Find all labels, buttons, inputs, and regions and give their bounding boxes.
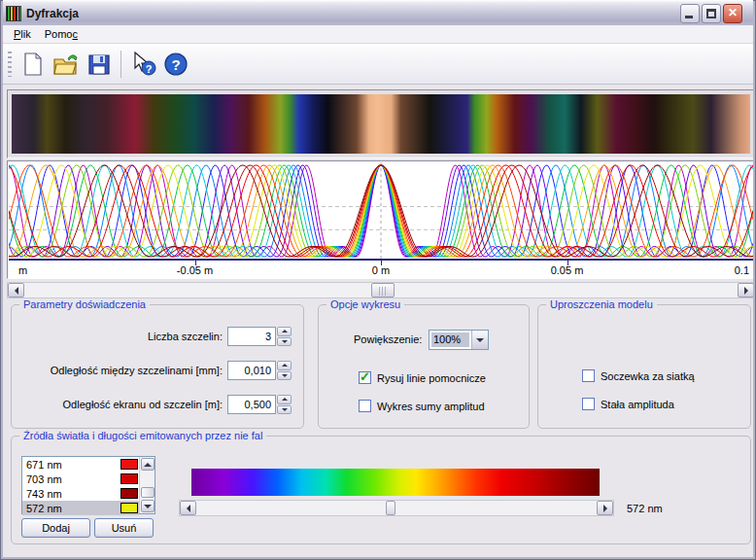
group-plot-options: Opcje wykresu Powiększenie: 100% ✓ Rysuj… — [318, 304, 530, 429]
constant-amplitude-label: Stała amplituda — [601, 399, 674, 410]
plot-scrollbar[interactable] — [7, 282, 755, 298]
app-window: Dyfrakcja ✕ Plik Pomoc — [0, 0, 756, 560]
arrow-down-icon — [282, 408, 288, 411]
menu-pomoc[interactable]: Pomoc — [38, 26, 85, 42]
slit-count-spinner — [277, 327, 292, 346]
toolbar-separator — [120, 51, 121, 78]
slit-count-input[interactable]: 3 — [227, 327, 276, 346]
list-item-selected[interactable]: 572 nm — [22, 501, 139, 515]
maximize-icon — [706, 9, 716, 18]
diffraction-plot — [9, 162, 753, 259]
axis-tick-label: 0 m — [372, 264, 390, 276]
diffraction-screen-panel — [7, 89, 755, 158]
scroll-left-button[interactable] — [8, 283, 24, 298]
svg-text:?: ? — [146, 62, 153, 74]
context-help-pointer-icon: ? — [129, 52, 156, 77]
screen-distance-input[interactable]: 0,500 — [227, 395, 276, 414]
plot-scrollbar-thumb[interactable] — [371, 283, 395, 298]
arrow-down-icon — [282, 374, 288, 377]
arrow-right-icon — [744, 287, 748, 295]
help-button[interactable]: ? — [159, 48, 192, 81]
scroll-right-button[interactable] — [738, 283, 754, 298]
wavelength-slider[interactable] — [179, 500, 614, 516]
color-swatch — [120, 488, 138, 499]
slit-spacing-label: Odległość między szczelinami [mm]: — [51, 365, 223, 376]
color-swatch — [120, 473, 138, 484]
zoom-value: 100% — [431, 332, 469, 347]
slit-count-label: Liczba szczelin: — [148, 331, 223, 342]
toolbar: ? ? — [3, 44, 753, 85]
spin-down-button[interactable] — [277, 371, 292, 381]
group-title: Źródła światła i długości emitowanych pr… — [19, 430, 266, 441]
list-item[interactable]: 743 nm — [22, 486, 139, 501]
wavelength-list[interactable]: 671 nm 703 nm 743 nm 572 nm — [21, 456, 155, 514]
svg-text:?: ? — [171, 56, 180, 73]
new-file-button[interactable] — [17, 48, 50, 81]
wavelength-increase-button[interactable] — [597, 501, 613, 515]
zoom-combobox[interactable]: 100% — [429, 330, 489, 350]
list-item[interactable]: 671 nm — [22, 457, 139, 472]
lens-checkbox[interactable]: ✓ — [582, 369, 595, 382]
close-button[interactable]: ✕ — [723, 4, 742, 23]
window-title: Dyfrakcja — [26, 7, 680, 20]
diffraction-screen-band — [12, 94, 750, 154]
lens-label: Soczewka za siatką — [601, 370, 695, 382]
wavelength-readout: 572 nm — [627, 503, 663, 514]
axis-tick-label: 0.05 m — [551, 264, 584, 276]
zoom-label: Powiększenie: — [354, 333, 422, 345]
helper-lines-checkbox[interactable]: ✓ — [359, 371, 371, 384]
amplitude-sum-label: Wykres sumy amplitud — [377, 401, 485, 412]
spin-down-button[interactable] — [277, 405, 292, 415]
toolbar-grip[interactable] — [8, 52, 12, 77]
arrow-left-icon — [187, 505, 190, 512]
minimize-button[interactable] — [680, 4, 700, 23]
amplitude-sum-checkbox[interactable]: ✓ — [359, 400, 371, 412]
list-item[interactable]: 703 nm — [22, 472, 139, 486]
spin-up-button[interactable] — [277, 395, 292, 404]
helper-lines-label: Rysuj linie pomocnicze — [377, 372, 486, 384]
spin-up-button[interactable] — [277, 361, 292, 370]
scroll-down-button[interactable] — [141, 500, 155, 512]
arrow-down-icon — [282, 340, 288, 343]
axis-tick-label: -0.05 m — [177, 264, 213, 276]
arrow-up-icon — [282, 330, 288, 332]
combo-dropdown-button[interactable] — [471, 331, 488, 349]
title-bar[interactable]: Dyfrakcja ✕ — [0, 0, 756, 28]
arrow-up-icon — [282, 398, 288, 401]
chevron-down-icon — [476, 338, 484, 342]
list-scrollbar[interactable] — [139, 457, 155, 513]
constant-amplitude-checkbox[interactable]: ✓ — [582, 398, 595, 410]
wavelength-slider-thumb[interactable] — [386, 501, 395, 515]
arrow-up-icon — [144, 463, 152, 467]
axis-unit-label: m — [18, 264, 27, 276]
add-button[interactable]: Dodaj — [21, 518, 90, 538]
plot-panel: m 0.1 -0.05 m0 m0.05 m — [7, 160, 755, 279]
spin-up-button[interactable] — [277, 327, 292, 336]
arrow-down-icon — [144, 505, 152, 508]
arrow-right-icon — [603, 505, 607, 512]
open-file-button[interactable] — [50, 48, 83, 81]
check-icon: ✓ — [360, 369, 370, 384]
save-button[interactable] — [83, 48, 116, 81]
menu-plik[interactable]: Plik — [7, 26, 38, 42]
open-folder-icon — [52, 52, 80, 77]
app-icon — [6, 6, 21, 21]
scroll-up-button[interactable] — [141, 458, 155, 471]
arrow-up-icon — [282, 364, 288, 367]
slit-spacing-spinner — [277, 361, 292, 380]
wavelength-decrease-button[interactable] — [180, 501, 196, 515]
context-help-button[interactable]: ? — [126, 48, 159, 81]
slit-spacing-input[interactable]: 0,010 — [227, 361, 276, 380]
menu-bar: Plik Pomoc — [3, 25, 753, 44]
group-light-sources: Źródła światła i długości emitowanych pr… — [11, 436, 751, 544]
color-swatch — [120, 459, 138, 470]
color-swatch — [120, 503, 138, 513]
remove-button[interactable]: Usuń — [94, 518, 154, 538]
maximize-button[interactable] — [702, 4, 721, 23]
group-model-simplifications: Uproszczenia modelu ✓ Soczewka za siatką… — [537, 304, 751, 429]
spin-down-button[interactable] — [277, 337, 292, 347]
screen-distance-spinner — [277, 395, 292, 414]
list-scrollbar-thumb[interactable] — [141, 487, 155, 498]
close-icon: ✕ — [724, 6, 741, 19]
plot-x-axis: m 0.1 -0.05 m0 m0.05 m — [9, 259, 753, 277]
